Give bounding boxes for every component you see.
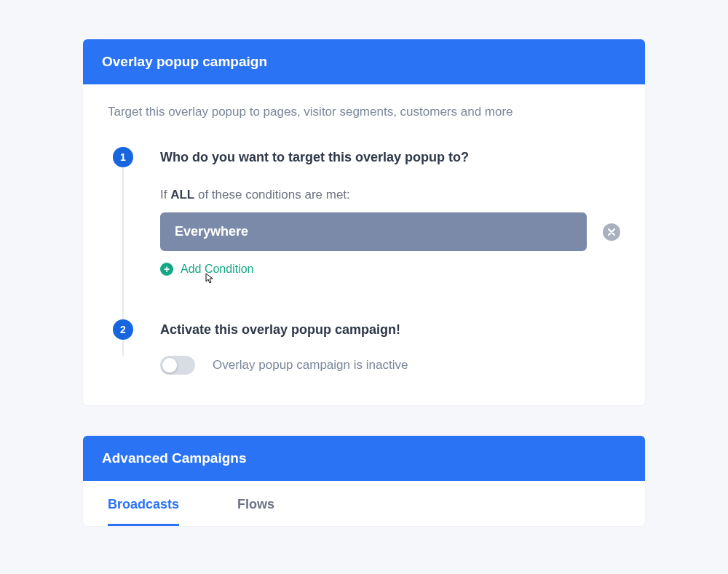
overlay-card-header: Overlay popup campaign bbox=[83, 39, 645, 84]
activate-toggle-row: Overlay popup campaign is inactive bbox=[160, 356, 620, 375]
condition-select[interactable]: Everywhere bbox=[160, 212, 587, 251]
close-icon bbox=[608, 228, 615, 236]
step-2-badge: 2 bbox=[113, 319, 133, 340]
condition-row: Everywhere bbox=[160, 212, 620, 251]
activate-toggle-label: Overlay popup campaign is inactive bbox=[213, 358, 408, 372]
conditions-intro: If ALL of these conditions are met: bbox=[160, 188, 620, 202]
step-1: 1 Who do you want to target this overlay… bbox=[108, 147, 620, 276]
step-2: 2 Activate this overlay popup campaign! … bbox=[108, 319, 620, 375]
overlay-card-body: Target this overlay popup to pages, visi… bbox=[83, 84, 645, 405]
activate-toggle[interactable] bbox=[160, 356, 195, 375]
advanced-campaigns-card: Advanced Campaigns Broadcasts Flows bbox=[83, 436, 645, 526]
overlay-popup-card: Overlay popup campaign Target this overl… bbox=[83, 39, 645, 405]
step-1-badge: 1 bbox=[113, 147, 133, 167]
plus-circle-icon: + bbox=[160, 263, 173, 276]
step-2-title: Activate this overlay popup campaign! bbox=[160, 319, 620, 340]
toggle-knob bbox=[162, 357, 178, 373]
tab-flows[interactable]: Flows bbox=[237, 497, 274, 526]
step-1-title: Who do you want to target this overlay p… bbox=[160, 147, 620, 167]
remove-condition-button[interactable] bbox=[603, 223, 620, 241]
overlay-card-subtitle: Target this overlay popup to pages, visi… bbox=[108, 105, 620, 119]
tab-broadcasts[interactable]: Broadcasts bbox=[108, 497, 179, 526]
advanced-tabs: Broadcasts Flows bbox=[83, 481, 645, 526]
add-condition-button[interactable]: + Add Condition bbox=[160, 263, 254, 276]
advanced-card-header: Advanced Campaigns bbox=[83, 436, 645, 481]
add-condition-label: Add Condition bbox=[181, 263, 254, 276]
